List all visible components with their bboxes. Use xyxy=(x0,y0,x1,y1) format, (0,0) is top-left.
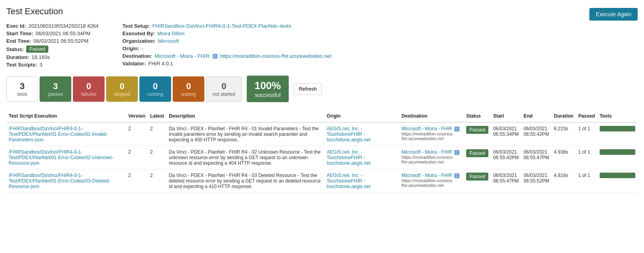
destination-label: Destination: xyxy=(122,53,152,59)
col-tests: Tests xyxy=(597,110,638,122)
table-row: /FHIRSandbox/DaVinci/FHIR4-0-1-Test/PDEX… xyxy=(6,169,638,193)
origin-link[interactable]: AEGIS.net, Inc. - TouchstoneFHIR - touch… xyxy=(327,173,371,189)
executed-by-link[interactable]: Moira Dillon xyxy=(157,30,185,36)
col-origin: Origin xyxy=(324,110,399,122)
passed-cell: 1 of 1 xyxy=(576,169,597,193)
passes-box: 3 passes xyxy=(40,76,71,102)
test-scripts-row: Test Scripts: 3 xyxy=(6,62,99,68)
results-table: Test Script Execution Version Latest Des… xyxy=(6,110,638,193)
start-cell: 06/03/202106:55:34PM xyxy=(491,122,521,146)
origin-row: Origin: - xyxy=(122,46,331,51)
destination-cell: Microsoft - Moira - FHIR C https://moira… xyxy=(399,146,464,169)
destination-link[interactable]: Microsoft - Moira - FHIR xyxy=(402,126,452,131)
header-section: Exec Id: 20210603195534250218 4264 Start… xyxy=(6,23,638,68)
col-version: Version xyxy=(126,110,148,122)
origin-link[interactable]: AEGIS.net, Inc. - TouchstoneFHIR - touch… xyxy=(327,149,371,166)
tests-cell xyxy=(597,146,638,169)
latest-cell: 2 xyxy=(148,146,166,169)
table-header: Test Script Execution Version Latest Des… xyxy=(6,110,638,122)
col-script: Test Script Execution xyxy=(6,110,126,122)
destination-link[interactable]: Microsoft - Moira - FHIR xyxy=(402,173,452,178)
progress-bar xyxy=(600,126,635,131)
version-cell: 2 xyxy=(126,146,148,169)
status-label: Status: xyxy=(6,46,24,52)
destination-cell: Microsoft - Moira - FHIR C https://moira… xyxy=(399,169,464,193)
script-link[interactable]: /FHIRSandbox/DaVinci/FHIR4-0-1-Test/PDEX… xyxy=(9,173,124,189)
start-time-row: Start Time: 06/03/2021 06:55:34PM xyxy=(6,30,99,36)
passes-count: 3 xyxy=(53,81,58,91)
summary-bar: 3 tests 3 passes 0 failures 0 skipped 0 … xyxy=(6,76,638,102)
duration-label: Duration: xyxy=(6,54,29,60)
copy-icon[interactable]: C xyxy=(454,150,459,155)
destination-cell: Microsoft - Moira - FHIR C https://moira… xyxy=(399,122,464,146)
end-time-value: 06/03/2021 06:55:52PM xyxy=(34,38,89,44)
running-box: 0 running xyxy=(139,76,171,102)
not-started-box: 0 not started xyxy=(206,76,242,102)
start-cell: 06/03/202106:55:47PM xyxy=(491,169,521,193)
origin-cell: AEGIS.net, Inc. - TouchstoneFHIR - touch… xyxy=(324,122,399,146)
organization-row: Organization: Microsoft xyxy=(122,38,331,44)
copy-icon[interactable]: C xyxy=(454,127,459,131)
tests-cell xyxy=(597,122,638,146)
col-description: Description xyxy=(166,110,324,122)
status-cell: Passed xyxy=(464,146,491,169)
refresh-button[interactable]: Refresh xyxy=(293,83,322,95)
col-status: Status xyxy=(464,110,491,122)
success-box: 100% successful xyxy=(247,76,289,102)
waiting-count: 0 xyxy=(186,81,191,91)
test-setup-link[interactable]: FHIRSandbox-DaVinci-FHIR4-0-1-Test-PDEX-… xyxy=(152,23,291,29)
col-passed: Passed xyxy=(576,110,597,122)
status-row: Status: Passed xyxy=(6,46,99,53)
duration-row: Duration: 18.160s xyxy=(6,54,99,60)
skipped-count: 0 xyxy=(120,81,124,91)
origin-link[interactable]: AEGIS.net, Inc. - TouchstoneFHIR - touch… xyxy=(327,126,371,143)
duration-cell: 4.816s xyxy=(552,169,576,193)
page-title: Test Execution xyxy=(6,6,638,17)
execute-again-button[interactable]: Execute Again xyxy=(589,8,638,21)
destination-row: Destination: Microsoft - Moira - FHIR C … xyxy=(122,53,331,59)
success-label: successful xyxy=(255,92,280,98)
test-setup-label: Test Setup: xyxy=(122,23,150,29)
waiting-box: 0 waiting xyxy=(173,76,204,102)
status-badge: Passed xyxy=(466,173,488,181)
organization-link[interactable]: Microsoft xyxy=(158,38,179,44)
script-link[interactable]: /FHIRSandbox/DaVinci/FHIR4-0-1-Test/PDEX… xyxy=(9,126,124,143)
validator-value: FHIR 4.0.1 xyxy=(148,61,173,67)
header-right: Test Setup: FHIRSandbox-DaVinci-FHIR4-0-… xyxy=(122,23,331,68)
description-cell: Da Vinci - PDEX - PlanNet - FHIR R4 - 02… xyxy=(166,146,324,169)
passes-label: passes xyxy=(48,91,63,97)
status-badge: Passed xyxy=(466,149,488,157)
latest-cell: 2 xyxy=(148,122,166,146)
status-badge: Passed xyxy=(26,46,48,53)
origin-label: Origin: xyxy=(122,46,139,51)
script-cell: /FHIRSandbox/DaVinci/FHIR4-0-1-Test/PDEX… xyxy=(6,122,126,146)
validator-row: Validator: FHIR 4.0.1 xyxy=(122,61,331,67)
not-started-count: 0 xyxy=(221,81,226,91)
destination-url-link[interactable]: https://moiradillon-cosmos-fhir.azureweb… xyxy=(220,53,331,59)
copy-icon[interactable]: C xyxy=(454,173,459,178)
tests-count: 3 xyxy=(20,81,25,91)
executed-by-row: Executed By: Moira Dillon xyxy=(122,30,331,36)
status-cell: Passed xyxy=(464,122,491,146)
header-left: Exec Id: 20210603195534250218 4264 Start… xyxy=(6,23,99,68)
script-cell: /FHIRSandbox/DaVinci/FHIR4-0-1-Test/PDEX… xyxy=(6,169,126,193)
destination-link[interactable]: Microsoft - Moira - FHIR xyxy=(402,149,452,155)
exec-id-value: 20210603195534250218 4264 xyxy=(29,23,99,29)
destination-link[interactable]: Microsoft - Moira - FHIR xyxy=(154,53,210,59)
executed-by-label: Executed By: xyxy=(122,30,155,36)
tests-box: 3 tests xyxy=(6,76,38,102)
test-scripts-label: Test Scripts: xyxy=(6,62,37,68)
organization-label: Organization: xyxy=(122,38,156,44)
skipped-box: 0 skipped xyxy=(106,76,138,102)
copy-icon[interactable]: C xyxy=(213,54,218,59)
col-destination: Destination xyxy=(399,110,464,122)
origin-cell: AEGIS.net, Inc. - TouchstoneFHIR - touch… xyxy=(324,169,399,193)
end-cell: 06/03/202106:55:42PM xyxy=(521,122,552,146)
end-cell: 06/03/202106:55:47PM xyxy=(521,146,552,169)
script-cell: /FHIRSandbox/DaVinci/FHIR4-0-1-Test/PDEX… xyxy=(6,146,126,169)
progress-bar xyxy=(600,149,635,155)
tests-label: tests xyxy=(17,91,27,97)
passed-cell: 1 of 1 xyxy=(576,122,597,146)
start-cell: 06/03/202106:55:42PM xyxy=(491,146,521,169)
script-link[interactable]: /FHIRSandbox/DaVinci/FHIR4-0-1-Test/PDEX… xyxy=(9,149,124,166)
